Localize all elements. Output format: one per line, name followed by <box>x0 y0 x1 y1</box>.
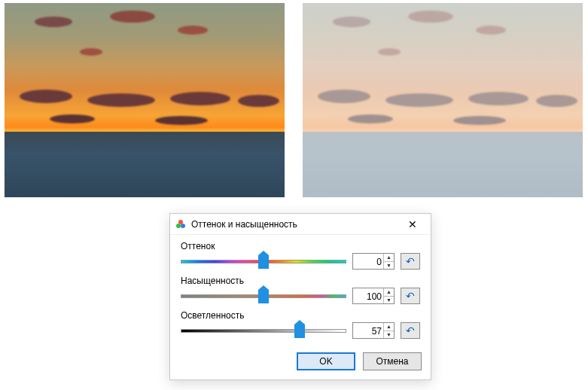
hue-thumb[interactable] <box>258 255 269 269</box>
saturation-value[interactable] <box>353 288 383 303</box>
close-icon: ✕ <box>408 218 417 230</box>
lightness-reset-button[interactable]: ↶ <box>401 322 420 339</box>
ok-button[interactable]: OK <box>297 352 355 370</box>
dialog-title: Оттенок и насыщенность <box>191 219 398 230</box>
app-icon <box>175 218 187 230</box>
svg-point-2 <box>181 224 185 228</box>
close-button[interactable]: ✕ <box>398 215 428 234</box>
hue-reset-button[interactable]: ↶ <box>401 253 420 270</box>
reset-icon: ↶ <box>406 255 415 267</box>
preview-images <box>0 0 588 197</box>
titlebar[interactable]: Оттенок и насыщенность ✕ <box>170 214 431 235</box>
saturation-step-up[interactable]: ▲ <box>384 288 394 297</box>
lightness-step-down[interactable]: ▼ <box>384 331 394 339</box>
lightness-label: Осветленность <box>181 310 420 321</box>
saturation-input[interactable]: ▲ ▼ <box>352 288 395 304</box>
hue-step-down[interactable]: ▼ <box>384 262 394 270</box>
lightness-slider[interactable] <box>181 322 346 339</box>
lightness-step-up[interactable]: ▲ <box>384 323 394 331</box>
lightness-track <box>181 329 346 333</box>
saturation-reset-button[interactable]: ↶ <box>401 288 420 304</box>
reset-icon: ↶ <box>406 290 415 302</box>
svg-point-1 <box>176 224 181 228</box>
hue-saturation-dialog: Оттенок и насыщенность ✕ Оттенок ▲ ▼ ↶ <box>169 213 431 380</box>
saturation-thumb[interactable] <box>258 290 269 303</box>
saturation-step-down[interactable]: ▼ <box>384 297 394 304</box>
cancel-button[interactable]: Отмена <box>363 352 422 370</box>
svg-point-0 <box>178 220 183 224</box>
hue-label: Оттенок <box>181 241 420 251</box>
saturation-label: Насыщенность <box>181 276 420 286</box>
lightness-input[interactable]: ▲ ▼ <box>352 322 395 339</box>
adjusted-image <box>303 3 583 197</box>
lightness-value[interactable] <box>353 323 383 338</box>
hue-input[interactable]: ▲ ▼ <box>352 253 395 270</box>
hue-slider[interactable] <box>181 253 346 270</box>
hue-value[interactable] <box>353 254 383 269</box>
original-image <box>5 3 285 197</box>
reset-icon: ↶ <box>406 324 415 337</box>
saturation-slider[interactable] <box>181 288 346 304</box>
lightness-thumb[interactable] <box>294 324 305 338</box>
hue-step-up[interactable]: ▲ <box>384 254 394 262</box>
